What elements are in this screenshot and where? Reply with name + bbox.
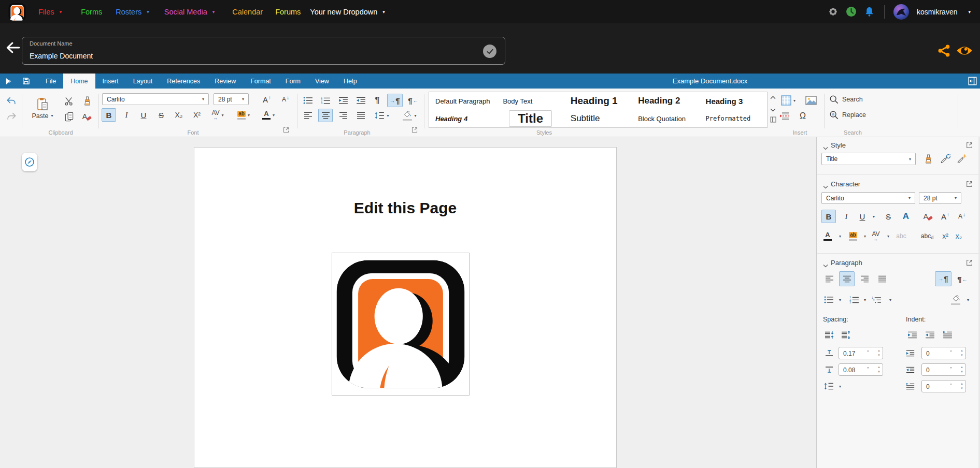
user-avatar[interactable] bbox=[893, 4, 909, 20]
align-center-button[interactable] bbox=[318, 109, 333, 122]
copy-button[interactable] bbox=[62, 110, 76, 123]
chevron-down-icon[interactable]: ▾ bbox=[904, 196, 915, 200]
share-button[interactable] bbox=[938, 44, 951, 57]
stepper-down-icon[interactable]: ▼ bbox=[960, 387, 963, 390]
style-item-title-selected[interactable]: Title bbox=[496, 110, 564, 127]
style-item-preformatted[interactable]: Preformatted bbox=[700, 110, 767, 127]
chevron-down-icon[interactable]: ▾ bbox=[198, 97, 208, 101]
clear-formatting-button[interactable]: A bbox=[80, 110, 94, 123]
styles-scroll-up-icon[interactable] bbox=[770, 94, 777, 100]
stepper-down-icon[interactable]: ▼ bbox=[960, 354, 963, 357]
sidebar-superscript-button[interactable]: x² bbox=[939, 229, 951, 243]
chevron-down-icon[interactable]: ▾ bbox=[273, 113, 275, 118]
collapse-toolbar-icon[interactable] bbox=[968, 77, 977, 85]
style-item-heading1[interactable]: Heading 1 bbox=[564, 92, 632, 110]
paste-button[interactable]: Paste ▾ bbox=[27, 93, 58, 124]
sidebar-bullet-list-button[interactable] bbox=[822, 292, 835, 307]
sidebar-strikeout-button[interactable]: S bbox=[881, 210, 896, 223]
bullet-list-button[interactable] bbox=[301, 94, 315, 107]
spacing-after-stepper[interactable]: 0.08 ″ ▲▼ bbox=[839, 363, 883, 376]
nav-link-calendar[interactable]: Calendar bbox=[232, 8, 263, 16]
show-paragraph-marks-button[interactable]: ¶ bbox=[371, 94, 384, 107]
stepper-up-icon[interactable]: ▲ bbox=[960, 365, 963, 369]
collapse-character-section-icon[interactable] bbox=[823, 183, 828, 187]
underline-button[interactable]: U bbox=[136, 108, 151, 122]
notifications-bell-icon[interactable] bbox=[864, 6, 875, 18]
nav-link-files[interactable]: Files ▾ bbox=[38, 8, 62, 16]
add-space-before-after-button[interactable] bbox=[822, 329, 836, 341]
document-name-field-value[interactable]: Example Document bbox=[30, 52, 93, 60]
site-logo[interactable] bbox=[8, 3, 26, 21]
increase-indent-button[interactable] bbox=[336, 94, 350, 107]
view-button[interactable] bbox=[956, 45, 973, 56]
indent-right-stepper[interactable]: 0 ″ ▲▼ bbox=[921, 363, 966, 376]
sidebar-increase-font-button[interactable]: A ↑ bbox=[938, 210, 953, 223]
font-color-caret[interactable]: ▾ bbox=[836, 229, 844, 243]
remove-space-before-after-button[interactable] bbox=[839, 329, 853, 341]
document-heading[interactable]: Edit this Page bbox=[194, 199, 616, 217]
font-name-combo[interactable]: Carlito ▾ bbox=[102, 93, 209, 105]
paragraph-settings-expand-icon[interactable] bbox=[411, 127, 418, 135]
italic-button[interactable]: I bbox=[119, 108, 134, 122]
sidebar-letter-spacing-button[interactable]: AV ↔ bbox=[869, 229, 883, 243]
style-format-painter-button[interactable] bbox=[921, 152, 935, 166]
subscript-button[interactable]: X₂ bbox=[172, 108, 186, 122]
tab-home[interactable]: Home bbox=[63, 74, 95, 89]
chevron-down-icon[interactable]: ▾ bbox=[238, 97, 248, 101]
chevron-down-icon[interactable]: ▾ bbox=[905, 157, 915, 162]
stepper-down-icon[interactable]: ▼ bbox=[877, 354, 880, 357]
stepper-up-icon[interactable]: ▲ bbox=[877, 349, 880, 352]
sidebar-align-right-button[interactable] bbox=[857, 272, 872, 286]
paragraph-section-header[interactable]: Paragraph bbox=[831, 259, 862, 267]
small-caps-button-disabled[interactable]: abc bbox=[893, 229, 909, 243]
decrease-font-size-button[interactable]: A ↓ bbox=[278, 93, 293, 106]
indent-right-value[interactable]: 0 bbox=[926, 367, 930, 374]
sidebar-clear-formatting-button[interactable]: A bbox=[921, 210, 935, 223]
chevron-down-icon[interactable]: ▾ bbox=[387, 113, 389, 118]
insert-page-break-button[interactable] bbox=[777, 110, 793, 122]
sidebar-justify-button[interactable] bbox=[874, 272, 890, 286]
style-expand-icon[interactable] bbox=[966, 142, 973, 149]
sidebar-underline-button[interactable]: U bbox=[856, 210, 869, 223]
paragraph-expand-icon[interactable] bbox=[966, 259, 973, 266]
back-button[interactable] bbox=[6, 42, 20, 54]
character-expand-icon[interactable] bbox=[966, 181, 973, 187]
indent-left-stepper[interactable]: 0 ″ ▲▼ bbox=[921, 347, 966, 359]
multilevel-list-caret[interactable]: ▾ bbox=[886, 292, 894, 307]
font-color-button[interactable]: A ▾ bbox=[258, 108, 279, 122]
sidebar-decrease-font-button[interactable]: A ↓ bbox=[955, 210, 969, 223]
numbered-list-caret[interactable]: ▾ bbox=[861, 292, 869, 307]
chevron-down-icon[interactable]: ▾ bbox=[60, 9, 62, 14]
nav-link-custom-dropdown[interactable]: Your new Dropdown ▾ bbox=[310, 8, 385, 16]
styles-scroll-down-icon[interactable] bbox=[770, 106, 777, 112]
spacing-after-value[interactable]: 0.08 bbox=[843, 367, 855, 374]
new-style-button[interactable] bbox=[955, 152, 969, 166]
sidebar-italic-button[interactable]: I bbox=[839, 210, 854, 223]
style-item-subtitle[interactable]: Subtitle bbox=[564, 110, 632, 127]
chevron-down-icon[interactable]: ▾ bbox=[382, 9, 385, 14]
multilevel-list-button[interactable] bbox=[869, 292, 884, 307]
character-section-header[interactable]: Character bbox=[831, 180, 860, 188]
sidebar-subscript-button[interactable]: x₂ bbox=[953, 229, 965, 243]
bold-button[interactable]: B bbox=[102, 108, 116, 122]
tab-view[interactable]: View bbox=[308, 74, 336, 89]
chevron-down-icon[interactable]: ▾ bbox=[793, 98, 796, 103]
style-item-block-quotation[interactable]: Block Quotation bbox=[632, 110, 699, 127]
nav-link-rosters[interactable]: Rosters ▾ bbox=[116, 8, 149, 16]
increase-font-size-button[interactable]: A ↑ bbox=[259, 93, 275, 106]
highlight-caret[interactable]: ▾ bbox=[861, 229, 869, 243]
strikeout-button[interactable]: S bbox=[154, 108, 168, 122]
tab-format[interactable]: Format bbox=[243, 74, 278, 89]
styles-gallery-panel-icon[interactable] bbox=[770, 116, 777, 123]
indent-first-line-value[interactable]: 0 bbox=[926, 383, 930, 390]
username-label[interactable]: kosmikraven bbox=[917, 8, 958, 16]
chevron-down-icon[interactable]: ▾ bbox=[51, 114, 53, 118]
indent-first-line-button[interactable] bbox=[941, 329, 954, 341]
tab-references[interactable]: References bbox=[160, 74, 207, 89]
confirm-name-button[interactable] bbox=[483, 45, 496, 58]
sidebar-align-center-button[interactable] bbox=[839, 271, 855, 286]
sidebar-font-color-button[interactable]: A bbox=[821, 229, 834, 243]
line-spacing-button[interactable]: ▾ bbox=[372, 109, 392, 122]
tab-help[interactable]: Help bbox=[336, 74, 364, 89]
document-embedded-image[interactable] bbox=[332, 253, 470, 396]
